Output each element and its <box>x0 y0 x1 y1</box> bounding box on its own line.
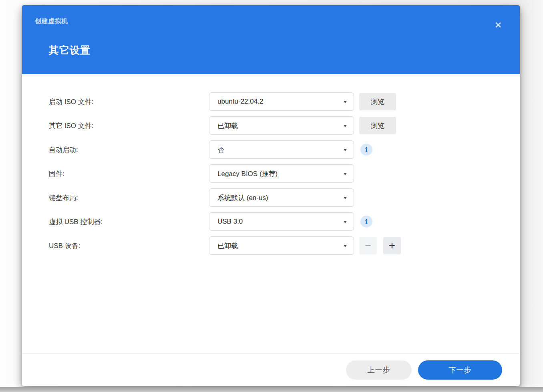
usb-controller-info-icon[interactable]: i <box>360 216 372 228</box>
keyboard-layout-select[interactable]: 系统默认 (en-us) ▼ <box>209 188 354 207</box>
form-row-keyboard-layout: 键盘布局: 系统默认 (en-us) ▼ <box>49 188 520 207</box>
keyboard-layout-label: 键盘布局: <box>49 193 209 202</box>
form-row-boot-iso: 启动 ISO 文件: ubuntu-22.04.2 ▼ 浏览 <box>49 92 520 111</box>
next-button[interactable]: 下一步 <box>418 360 502 380</box>
other-iso-browse-button[interactable]: 浏览 <box>359 117 396 134</box>
firmware-label: 固件: <box>49 169 209 178</box>
form-row-usb-device: USB 设备: 已卸载 ▼ − + <box>49 236 520 255</box>
caret-down-icon: ▼ <box>343 100 348 104</box>
usb-device-remove-button[interactable]: − <box>359 237 377 254</box>
close-icon[interactable]: ✕ <box>493 20 504 31</box>
other-iso-value: 已卸载 <box>217 121 238 130</box>
create-vm-dialog: 创建虚拟机 其它设置 ✕ 启动 ISO 文件: ubuntu-22.04.2 ▼… <box>22 5 520 386</box>
usb-device-label: USB 设备: <box>49 241 209 250</box>
form-row-firmware: 固件: Legacy BIOS (推荐) ▼ <box>49 164 520 183</box>
back-button[interactable]: 上一步 <box>346 360 412 380</box>
boot-iso-select[interactable]: ubuntu-22.04.2 ▼ <box>209 92 354 111</box>
caret-down-icon: ▼ <box>343 148 348 152</box>
usb-controller-label: 虚拟 USB 控制器: <box>49 217 209 226</box>
usb-device-add-button[interactable]: + <box>383 237 401 254</box>
caret-down-icon: ▼ <box>343 172 348 176</box>
autostart-select[interactable]: 否 ▼ <box>209 140 354 159</box>
usb-device-value: 已卸载 <box>217 241 238 250</box>
firmware-value: Legacy BIOS (推荐) <box>217 169 278 178</box>
dialog-header: 创建虚拟机 其它设置 ✕ <box>22 5 520 74</box>
caret-down-icon: ▼ <box>343 196 348 200</box>
boot-iso-label: 启动 ISO 文件: <box>49 97 209 106</box>
keyboard-layout-value: 系统默认 (en-us) <box>217 193 268 202</box>
usb-controller-select[interactable]: USB 3.0 ▼ <box>209 212 354 231</box>
boot-iso-browse-button[interactable]: 浏览 <box>359 93 396 110</box>
boot-iso-value: ubuntu-22.04.2 <box>217 98 263 106</box>
usb-controller-value: USB 3.0 <box>217 218 243 226</box>
caret-down-icon: ▼ <box>343 220 348 224</box>
usb-device-select[interactable]: 已卸载 ▼ <box>209 236 354 255</box>
settings-form: 启动 ISO 文件: ubuntu-22.04.2 ▼ 浏览 其它 ISO 文件… <box>22 74 520 255</box>
form-row-usb-controller: 虚拟 USB 控制器: USB 3.0 ▼ i <box>49 212 520 231</box>
firmware-select[interactable]: Legacy BIOS (推荐) ▼ <box>209 164 354 183</box>
caret-down-icon: ▼ <box>343 244 348 248</box>
page-title: 其它设置 <box>49 44 90 57</box>
window-title: 创建虚拟机 <box>35 17 68 26</box>
other-iso-select[interactable]: 已卸载 ▼ <box>209 116 354 135</box>
autostart-label: 自动启动: <box>49 145 209 154</box>
other-iso-label: 其它 ISO 文件: <box>49 121 209 130</box>
caret-down-icon: ▼ <box>343 124 348 128</box>
form-row-other-iso: 其它 ISO 文件: 已卸载 ▼ 浏览 <box>49 116 520 135</box>
autostart-value: 否 <box>217 145 224 154</box>
dialog-footer: 上一步 下一步 <box>22 353 520 386</box>
form-row-autostart: 自动启动: 否 ▼ i <box>49 140 520 159</box>
background-bottom-strip <box>0 387 543 392</box>
autostart-info-icon[interactable]: i <box>360 144 372 156</box>
